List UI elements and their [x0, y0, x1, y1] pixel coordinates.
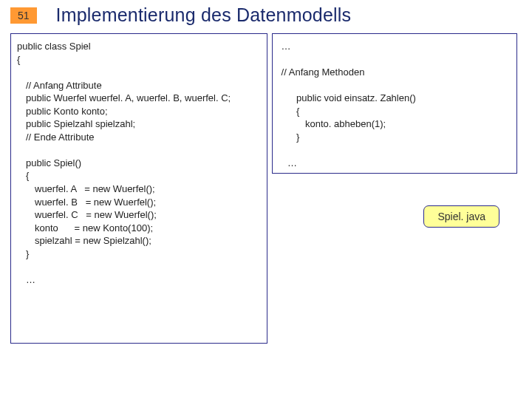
code-line: // Ende Attribute	[17, 131, 261, 144]
code-line: // Anfang Methoden	[279, 66, 511, 79]
code-line: konto = new Konto(100);	[17, 222, 261, 235]
code-line	[17, 260, 261, 273]
slide-header: 51 Implementierung des Datenmodells	[0, 0, 532, 33]
code-line: {	[17, 169, 261, 183]
code-line: wuerfel. B = new Wuerfel();	[17, 196, 261, 209]
code-line	[17, 143, 261, 157]
page-number-badge: 51	[10, 7, 37, 24]
code-line: public Spielzahl spielzahl;	[17, 117, 261, 131]
content-columns: public class Spiel{ // Anfang Attributep…	[0, 33, 532, 344]
code-line: …	[279, 40, 511, 53]
code-line: konto. abheben(1);	[279, 117, 511, 131]
slide-title: Implementierung des Datenmodells	[56, 4, 352, 26]
code-line: {	[17, 53, 261, 66]
code-line: public Spiel()	[17, 157, 261, 170]
code-line: …	[17, 273, 261, 287]
code-line: // Anfang Attribute	[17, 79, 261, 92]
code-line: public Konto konto;	[17, 105, 261, 118]
code-line: wuerfel. A = new Wuerfel();	[17, 183, 261, 196]
code-line	[279, 79, 511, 92]
code-line: }	[17, 248, 261, 261]
file-name-badge: Spiel. java	[423, 205, 499, 228]
code-line: {	[279, 105, 511, 118]
code-line: wuerfel. C = new Wuerfel();	[17, 208, 261, 222]
code-line	[279, 53, 511, 66]
code-line: public void einsatz. Zahlen()	[279, 92, 511, 105]
code-line	[279, 143, 511, 157]
code-line	[17, 66, 261, 79]
code-line: public Wuerfel wuerfel. A, wuerfel. B, w…	[17, 92, 261, 105]
code-line: }	[279, 131, 511, 144]
code-line: …	[279, 157, 511, 170]
code-line: spielzahl = new Spielzahl();	[17, 234, 261, 248]
code-box-left: public class Spiel{ // Anfang Attributep…	[10, 33, 267, 344]
code-box-right: … // Anfang Methoden public void einsatz…	[272, 33, 517, 174]
code-line: public class Spiel	[17, 40, 261, 53]
right-column: … // Anfang Methoden public void einsatz…	[272, 33, 517, 344]
